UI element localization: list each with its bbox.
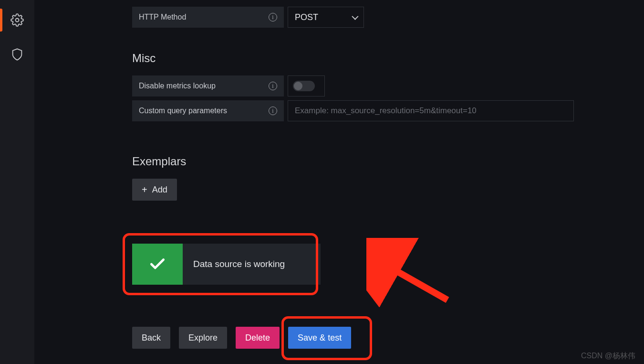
sidebar-item-shield[interactable] (0, 43, 34, 66)
disable-metrics-row: Disable metrics lookup i (132, 75, 644, 96)
sidebar (0, 0, 34, 364)
label-text: HTTP Method (139, 13, 186, 21)
plus-icon: + (142, 184, 147, 195)
delete-label: Delete (245, 333, 270, 343)
info-icon[interactable]: i (269, 82, 277, 90)
http-method-select[interactable]: POST (288, 7, 364, 28)
http-method-label: HTTP Method i (132, 7, 284, 28)
toggle-thumb (294, 82, 302, 90)
explore-button[interactable]: Explore (179, 327, 227, 349)
sidebar-item-settings[interactable] (0, 9, 34, 32)
main-content: HTTP Method i POST Misc Disable metrics … (34, 0, 644, 364)
chevron-down-icon (352, 13, 358, 20)
success-icon-box (132, 244, 183, 285)
svg-point-0 (16, 19, 19, 22)
success-alert: Data source is working (132, 244, 321, 285)
alert-message: Data source is working (183, 244, 295, 285)
label-text: Disable metrics lookup (139, 82, 216, 90)
misc-heading: Misc (132, 52, 644, 65)
custom-query-input[interactable] (288, 100, 574, 121)
delete-button[interactable]: Delete (236, 327, 280, 349)
select-value: POST (295, 12, 318, 22)
check-icon (148, 255, 166, 273)
shield-icon (10, 48, 24, 61)
add-button[interactable]: + Add (132, 179, 177, 201)
save-test-button[interactable]: Save & test (288, 327, 351, 349)
back-button[interactable]: Back (132, 327, 170, 349)
svg-line-1 (376, 259, 447, 300)
disable-metrics-toggle[interactable] (288, 75, 325, 96)
exemplars-heading: Exemplars (132, 155, 644, 168)
gear-icon (10, 13, 24, 27)
toggle-track (293, 81, 315, 91)
info-icon[interactable]: i (269, 107, 277, 115)
save-test-label: Save & test (298, 333, 342, 343)
custom-query-label: Custom query parameters i (132, 100, 284, 121)
label-text: Custom query parameters (139, 107, 227, 115)
add-label: Add (152, 185, 167, 195)
back-label: Back (142, 333, 161, 343)
alert-container: Data source is working (132, 244, 321, 285)
explore-label: Explore (188, 333, 218, 343)
arrow-annotation (366, 238, 457, 310)
disable-metrics-label: Disable metrics lookup i (132, 75, 284, 96)
http-method-row: HTTP Method i POST (132, 7, 644, 28)
custom-query-row: Custom query parameters i (132, 100, 644, 121)
info-icon[interactable]: i (269, 13, 277, 21)
action-button-row: Back Explore Delete Save & test (132, 327, 644, 349)
watermark: CSDN @杨林伟 (581, 351, 635, 361)
